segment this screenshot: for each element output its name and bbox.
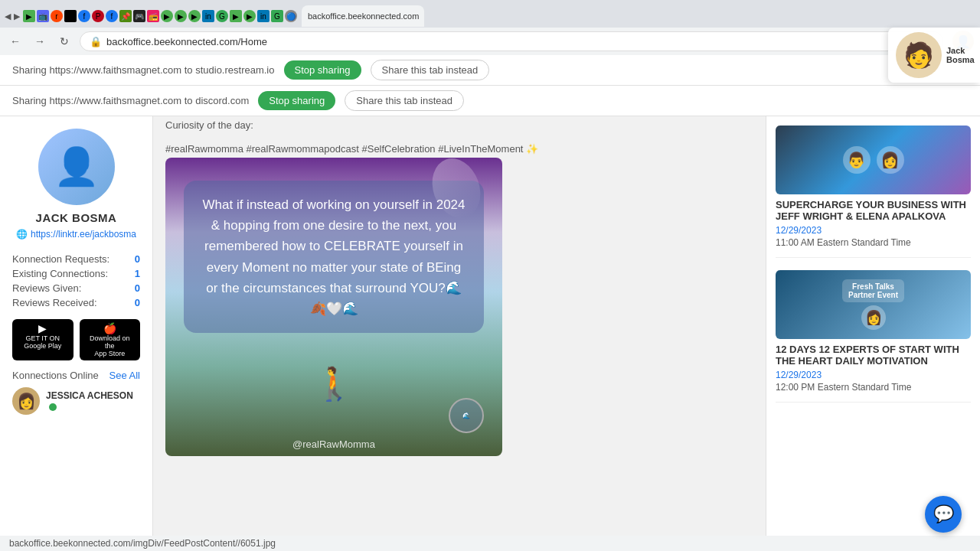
favicon-18: in [257,10,270,22]
forward-button[interactable]: → [31,32,49,51]
avatar-bubble: 🧑 Jack Bosma [888,28,980,83]
tab-close-button[interactable]: × [423,11,424,21]
apple-icon: 🍎 [84,322,136,334]
tab-label: backoffice.beekonnected.com [308,11,419,21]
status-url: backoffice.beekonnected.com/imgDiv/FeedP… [9,538,276,549]
app-buttons: ▶ GET IT ONGoogle Play 🍎 Download on the… [12,319,140,360]
profile-section: 👤 JACK BOSMA 🌐 https://linktr.ee/jackbos… [12,129,140,240]
favicon-19: G [271,10,283,22]
stat-row-1: Existing Connections: 1 [12,266,140,281]
active-tab[interactable]: backoffice.beekonnected.com × [302,5,424,27]
favicon-10: 📻 [147,10,159,22]
event-date-0: 12/29/2023 [776,225,971,236]
konnection-name-0: JESSICA ACHESON [46,390,133,401]
sharing-text-2: Sharing https://www.faithsmagnet.com to … [12,95,249,106]
favicon-14: in [202,10,214,22]
status-bar: backoffice.beekonnected.com/imgDiv/FeedP… [0,536,980,551]
stat-label-3: Reviews Received: [12,297,97,308]
reload-button[interactable]: ↻ [55,32,74,51]
online-indicator-0 [49,403,57,411]
back-button[interactable]: ← [6,32,24,51]
event-card-1: Fresh TalksPartner Event 👩 12 Days 12 Ex… [776,270,971,403]
event-avatar-1b: 👩 [877,146,904,174]
favicon-4: 𝕏 [64,10,77,22]
favicon-7: f [106,10,118,22]
address-bar: ← → ↻ 🔒 backoffice.beekonnected.com/Home… [0,28,980,55]
favicon-8: 📌 [119,10,132,22]
event-image-1: Fresh TalksPartner Event 👩 [776,270,971,339]
konnections-title: Konnections Online [12,370,99,381]
sharing-bar-1: Sharing https://www.faithsmagnet.com to … [0,55,980,86]
event-time-1: 12:00 PM Eastern Standard Time [776,382,971,393]
stop-sharing-button-1[interactable]: Stop sharing [284,60,361,80]
profile-link-url[interactable]: https://linktr.ee/jackbosma [31,229,136,240]
left-sidebar: 👤 JACK BOSMA 🌐 https://linktr.ee/jackbos… [0,116,153,551]
stat-row-2: Reviews Given: 0 [12,281,140,295]
favicon-9: 🎮 [133,10,145,22]
favicon-13: ▶ [188,10,201,22]
profile-link[interactable]: 🌐 https://linktr.ee/jackbosma [12,229,140,240]
sharing-bar-2: Sharing https://www.faithsmagnet.com to … [0,86,980,116]
url-text: backoffice.beekonnected.com/Home [106,36,267,47]
event-image-0: 👨 👩 [776,126,971,194]
favicon-17: ▶ [243,10,256,22]
google-play-label: GET IT ONGoogle Play [17,334,69,350]
share-instead-button-1[interactable]: Share this tab instead [371,60,490,80]
post-watermark: @realRawMomma [292,439,375,450]
stat-label-1: Existing Connections: [12,268,108,279]
stat-row-0: Konnection Requests: 0 [12,252,140,266]
favicon-2: 📺 [37,10,49,22]
event-title-1: 12 Days 12 Experts of Start with the Hea… [776,344,971,367]
avatar-3d: 🧑 [896,32,942,78]
stat-row-3: Reviews Received: 0 [12,295,140,310]
favicon-5: f [78,10,90,22]
main-feed: Curiosity of the day: #realRawmomma #rea… [153,116,766,551]
favicon-1: ▶ [23,10,35,22]
post-quote-text: What if instead of working on yourself i… [202,197,465,316]
favicon-20: 🔵 [285,10,297,22]
stat-val-2: 0 [135,282,140,294]
event-card-0: 👨 👩 SUPERCHARGE YOUR BUSINESS WITH JEFF … [776,126,971,258]
see-all-link[interactable]: See All [109,370,140,381]
app-store-button[interactable]: 🍎 Download on theApp Store [80,319,141,360]
stat-val-1: 1 [135,268,140,279]
page-content: 👤 JACK BOSMA 🌐 https://linktr.ee/jackbos… [0,116,980,551]
event-title-0: SUPERCHARGE YOUR BUSINESS WITH JEFF WRIG… [776,199,971,222]
tab-bar: ◀ ▶ ▶ 📺 r 𝕏 f P f 📌 🎮 📻 ▶ ▶ ▶ in G ▶ ▶ i… [0,0,980,28]
address-input[interactable]: 🔒 backoffice.beekonnected.com/Home ☆ [80,31,943,51]
favicon-11: ▶ [161,10,173,22]
konnection-item-0[interactable]: 👩 JESSICA ACHESON [12,387,140,415]
stat-val-3: 0 [135,297,140,308]
nav-back[interactable]: ◀ [5,11,11,21]
nav-forward[interactable]: ▶ [14,11,20,21]
event-date-1: 12/29/2023 [776,370,971,380]
favicon-6: P [92,10,104,22]
chat-bubble[interactable]: 💬 [925,496,962,533]
konnections-section: Konnections Online See All 👩 JESSICA ACH… [12,370,140,415]
profile-picture: 👤 [38,129,115,205]
stat-label-2: Reviews Given: [12,282,81,294]
post-image: What if instead of working on yourself i… [165,158,502,456]
event-avatar-1a: 👨 [843,146,871,174]
stats-section: Konnection Requests: 0 Existing Connecti… [12,252,140,310]
event-avatar-2: 👩 [861,305,886,330]
stop-sharing-button-2[interactable]: Stop sharing [258,91,335,110]
curiosity-label: Curiosity of the day: [165,116,753,134]
share-instead-button-2[interactable]: Share this tab instead [345,90,464,111]
konnections-header: Konnections Online See All [12,370,140,381]
favicon-12: ▶ [175,10,187,22]
stat-label-0: Konnection Requests: [12,253,109,265]
lock-icon: 🔒 [90,36,102,47]
sharing-text-1: Sharing https://www.faithsmagnet.com to … [12,64,275,76]
post-circle-logo: 🌊 [449,398,484,433]
app-store-label: Download on theApp Store [84,334,136,357]
avatar-name: Jack Bosma [946,46,975,64]
google-play-button[interactable]: ▶ GET IT ONGoogle Play [12,319,74,360]
hashtags: #realRawmomma #realRawmommapodcast #Self… [165,134,753,158]
stat-val-0: 0 [135,253,140,265]
profile-name: JACK BOSMA [12,211,140,224]
konnection-avatar-0: 👩 [12,387,40,415]
favicon-16: ▶ [230,10,242,22]
google-play-icon: ▶ [17,322,69,334]
event-overlay-text: Fresh TalksPartner Event [842,279,904,302]
